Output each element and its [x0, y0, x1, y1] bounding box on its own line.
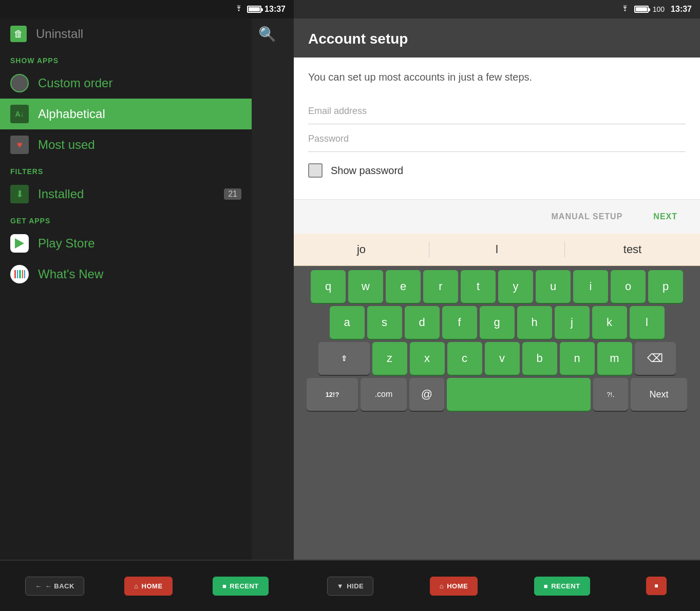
key-e[interactable]: e: [386, 270, 421, 303]
back-label: ← BACK: [45, 582, 74, 590]
key-backspace[interactable]: ⌫: [635, 342, 676, 375]
key-numbers[interactable]: 12!?: [307, 378, 358, 411]
battery-icon-left: [247, 6, 261, 13]
key-k[interactable]: k: [592, 306, 627, 339]
key-at[interactable]: @: [409, 378, 444, 411]
suggestion-test[interactable]: test: [565, 239, 700, 260]
wifi-icon-left: [234, 5, 244, 14]
svg-rect-4: [24, 270, 25, 278]
key-period[interactable]: ?!.: [593, 378, 628, 411]
time-right: 13:37: [671, 5, 692, 14]
key-space[interactable]: [447, 378, 591, 411]
next-button[interactable]: NEXT: [645, 207, 686, 226]
recent-label-right: RECENT: [551, 582, 580, 590]
key-z[interactable]: z: [372, 342, 407, 375]
key-r[interactable]: r: [423, 270, 458, 303]
key-j[interactable]: j: [555, 306, 590, 339]
sidebar-item-alphabetical[interactable]: A↓ Alphabetical: [0, 99, 252, 129]
home-button-left[interactable]: ⌂ HOME: [124, 577, 172, 596]
key-com[interactable]: .com: [361, 378, 407, 411]
email-field-container: Email address: [308, 99, 686, 124]
account-body: You can set up most accounts in just a f…: [294, 58, 700, 199]
show-apps-header: SHOW APPS: [0, 49, 252, 68]
svg-rect-0: [14, 270, 16, 278]
hide-icon: ▼: [337, 582, 344, 590]
keyboard-row-4: 12!? .com @ ?!. Next: [296, 378, 698, 411]
key-f[interactable]: f: [442, 306, 477, 339]
key-q[interactable]: q: [311, 270, 346, 303]
recent-label-left: RECENT: [230, 582, 258, 590]
wifi-icon-right: [620, 5, 630, 14]
play-store-icon: [10, 234, 29, 253]
search-icon: 🔍: [258, 26, 276, 42]
hide-label: HIDE: [347, 582, 364, 590]
recent-button-left[interactable]: ■ RECENT: [213, 577, 269, 596]
menu-overlay: 🗑 Uninstall SHOW APPS Custom order A↓ Al…: [0, 18, 252, 560]
recent-icon-right: ■: [544, 582, 548, 590]
key-u[interactable]: u: [536, 270, 571, 303]
play-store-label: Play Store: [38, 236, 95, 251]
trash-icon: 🗑: [10, 26, 27, 42]
uninstall-item[interactable]: 🗑 Uninstall: [0, 18, 252, 49]
key-x[interactable]: x: [410, 342, 445, 375]
key-p[interactable]: p: [648, 270, 683, 303]
account-header: Account setup: [294, 18, 700, 58]
home-icon-left: ⌂: [134, 582, 138, 590]
key-n[interactable]: n: [560, 342, 595, 375]
extra-icon-right: ■: [654, 582, 658, 589]
alphabetical-label: Alphabetical: [38, 107, 105, 121]
key-s[interactable]: s: [367, 306, 402, 339]
key-t[interactable]: t: [461, 270, 496, 303]
custom-order-icon: [10, 74, 29, 92]
recent-button-right[interactable]: ■ RECENT: [534, 577, 590, 596]
key-a[interactable]: a: [330, 306, 365, 339]
status-icons-left: 13:37: [234, 5, 286, 14]
key-h[interactable]: h: [517, 306, 552, 339]
key-o[interactable]: o: [611, 270, 646, 303]
key-g[interactable]: g: [480, 306, 515, 339]
most-used-icon: ♥: [10, 136, 29, 154]
alphabetical-icon: A↓: [10, 105, 29, 123]
svg-rect-1: [17, 270, 18, 278]
extra-button-right[interactable]: ■: [646, 577, 667, 595]
sidebar-item-play-store[interactable]: Play Store: [0, 228, 252, 259]
back-button[interactable]: ← ← BACK: [25, 577, 84, 596]
suggestion-l[interactable]: l: [429, 239, 564, 260]
home-icon-right: ⌂: [440, 582, 444, 590]
key-m[interactable]: m: [597, 342, 632, 375]
key-w[interactable]: w: [348, 270, 383, 303]
battery-icon-right: [634, 6, 649, 13]
home-button-right[interactable]: ⌂ HOME: [430, 577, 478, 596]
key-b[interactable]: b: [522, 342, 557, 375]
whats-new-icon: [10, 265, 29, 283]
key-next[interactable]: Next: [631, 378, 687, 411]
key-i[interactable]: i: [573, 270, 608, 303]
status-bar-right: 100 13:37: [294, 0, 700, 18]
key-shift[interactable]: ⇧: [318, 342, 370, 375]
keyboard-row-2: a s d f g h j k l: [296, 306, 698, 339]
hide-button[interactable]: ▼ HIDE: [327, 577, 373, 596]
svg-rect-2: [19, 270, 21, 278]
key-y[interactable]: y: [498, 270, 533, 303]
sidebar-item-installed[interactable]: ⬇ Installed 21: [0, 179, 252, 209]
manual-setup-button[interactable]: MANUAL SETUP: [543, 207, 631, 226]
key-d[interactable]: d: [405, 306, 440, 339]
action-bar: MANUAL SETUP NEXT: [294, 199, 700, 234]
key-v[interactable]: v: [485, 342, 520, 375]
suggestion-jo[interactable]: jo: [294, 239, 429, 260]
show-password-label: Show password: [331, 165, 403, 177]
battery-text-right: 100: [653, 5, 665, 13]
status-bar-left: 13:37: [0, 0, 294, 18]
sidebar-item-most-used[interactable]: ♥ Most used: [0, 129, 252, 160]
show-password-checkbox[interactable]: [308, 163, 323, 178]
key-l[interactable]: l: [630, 306, 665, 339]
filters-header: FILTERS: [0, 160, 252, 179]
bottom-nav-left: ← ← BACK ⌂ HOME ■ RECENT: [0, 560, 294, 611]
key-c[interactable]: c: [447, 342, 482, 375]
sidebar-item-whats-new[interactable]: What's New: [0, 259, 252, 290]
account-description: You can set up most accounts in just a f…: [308, 70, 686, 84]
bottom-nav-right: ▼ HIDE ⌂ HOME ■ RECENT ■: [294, 560, 700, 611]
sidebar-item-custom-order[interactable]: Custom order: [0, 68, 252, 99]
search-button[interactable]: 🔍: [251, 18, 283, 50]
installed-label: Installed: [38, 187, 84, 201]
